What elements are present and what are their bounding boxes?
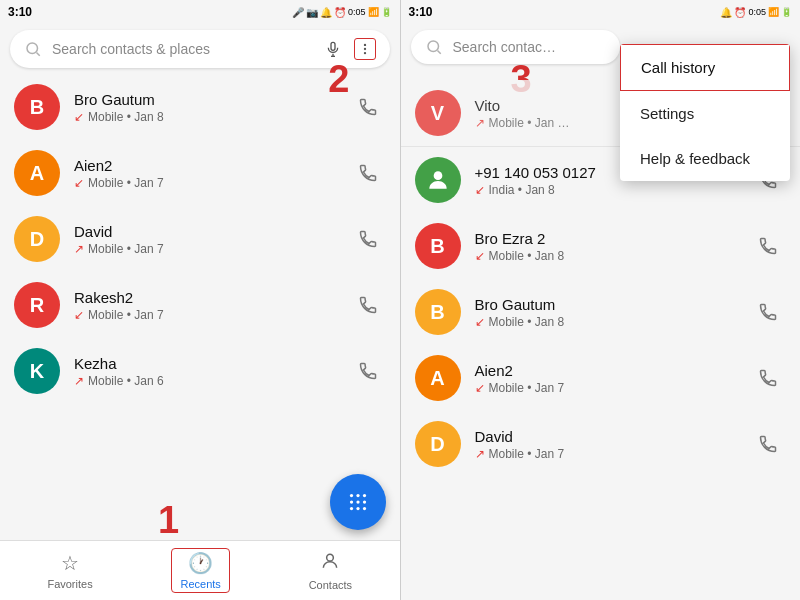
contact-sub: ↗ Mobile • Jan 7 (475, 447, 751, 461)
dropdown-menu: Call history Settings Help & feedback (620, 44, 790, 181)
contact-name: David (475, 428, 751, 445)
contacts-icon (320, 551, 340, 576)
call-button[interactable] (350, 155, 386, 191)
contact-sub: ↙ Mobile • Jan 8 (74, 110, 350, 124)
call-direction-icon: ↙ (475, 183, 485, 197)
svg-line-19 (437, 50, 440, 53)
favorites-label: Favorites (47, 578, 92, 590)
contact-info: Aien2 ↙ Mobile • Jan 7 (475, 362, 751, 395)
list-item[interactable]: B Bro Ezra 2 ↙ Mobile • Jan 8 (401, 213, 801, 279)
svg-point-9 (356, 494, 359, 497)
search-placeholder-left: Search contacts & places (52, 41, 312, 57)
avatar: B (415, 289, 461, 335)
more-menu-icon-left[interactable] (354, 38, 376, 60)
nav-contacts[interactable]: Contacts (293, 545, 368, 597)
contact-sub: ↗ Mobile • Jan 6 (74, 374, 350, 388)
call-button[interactable] (350, 353, 386, 389)
avatar: B (14, 84, 60, 130)
avatar: D (14, 216, 60, 262)
list-item[interactable]: D David ↗ Mobile • Jan 7 (0, 206, 400, 272)
contact-info: Aien2 ↙ Mobile • Jan 7 (74, 157, 350, 190)
avatar: R (14, 282, 60, 328)
contact-name: Kezha (74, 355, 350, 372)
call-button[interactable] (350, 221, 386, 257)
call-direction-icon: ↙ (74, 110, 84, 124)
contact-name: Bro Ezra 2 (475, 230, 751, 247)
right-panel: 3:10 🔔 ⏰ 0:05 📶 🔋 Search contac… Call hi… (401, 0, 801, 600)
status-bar-left: 3:10 🎤 📷 🔔 ⏰ 0:05 📶 🔋 (0, 0, 400, 24)
contact-info: David ↗ Mobile • Jan 7 (74, 223, 350, 256)
contact-info: Bro Gautum ↙ Mobile • Jan 8 (74, 91, 350, 124)
avatar: V (415, 90, 461, 136)
call-direction-icon: ↗ (74, 374, 84, 388)
contact-sub: ↙ Mobile • Jan 8 (475, 315, 751, 329)
left-panel: 3:10 🎤 📷 🔔 ⏰ 0:05 📶 🔋 Search contacts & … (0, 0, 400, 600)
svg-point-10 (362, 494, 365, 497)
contact-sub: ↙ Mobile • Jan 7 (74, 308, 350, 322)
avatar: A (415, 355, 461, 401)
search-icon-right (425, 38, 443, 56)
recents-label: Recents (180, 578, 220, 590)
contact-name: Bro Gautum (74, 91, 350, 108)
status-bar-right: 3:10 🔔 ⏰ 0:05 📶 🔋 (401, 0, 801, 24)
search-bar-right[interactable]: Search contac… (411, 30, 621, 64)
avatar: K (14, 348, 60, 394)
svg-rect-2 (331, 42, 335, 50)
call-button[interactable] (750, 294, 786, 330)
list-item[interactable]: R Rakesh2 ↙ Mobile • Jan 7 (0, 272, 400, 338)
list-item[interactable]: B Bro Gautum ↙ Mobile • Jan 8 (0, 74, 400, 140)
call-button[interactable] (750, 426, 786, 462)
list-item[interactable]: D David ↗ Mobile • Jan 7 (401, 411, 801, 477)
call-direction-icon: ↙ (475, 249, 485, 263)
favorites-icon: ☆ (61, 551, 79, 575)
dropdown-call-history[interactable]: Call history (620, 44, 790, 91)
call-direction-icon: ↙ (74, 176, 84, 190)
search-bar-left[interactable]: Search contacts & places (10, 30, 390, 68)
call-button[interactable] (750, 228, 786, 264)
dial-fab-button[interactable] (330, 474, 386, 530)
list-item[interactable]: B Bro Gautum ↙ Mobile • Jan 8 (401, 279, 801, 345)
mic-icon-left[interactable] (322, 38, 344, 60)
svg-point-20 (433, 171, 442, 180)
contact-info: Rakesh2 ↙ Mobile • Jan 7 (74, 289, 350, 322)
nav-favorites[interactable]: ☆ Favorites (31, 545, 108, 596)
call-button[interactable] (350, 287, 386, 323)
call-direction-icon: ↙ (475, 381, 485, 395)
call-button[interactable] (750, 360, 786, 396)
svg-point-17 (327, 554, 334, 561)
svg-point-7 (363, 52, 365, 54)
status-icons-left: 🎤 📷 🔔 ⏰ 0:05 📶 🔋 (292, 7, 392, 18)
call-direction-icon: ↗ (74, 242, 84, 256)
contact-sub: ↙ Mobile • Jan 7 (74, 176, 350, 190)
nav-recents[interactable]: 🕐 Recents (171, 548, 229, 593)
call-direction-icon: ↙ (74, 308, 84, 322)
dropdown-help[interactable]: Help & feedback (620, 136, 790, 181)
svg-point-16 (362, 507, 365, 510)
contact-sub: ↙ Mobile • Jan 7 (475, 381, 751, 395)
svg-point-0 (27, 43, 38, 54)
recents-icon: 🕐 (188, 551, 213, 575)
dropdown-settings[interactable]: Settings (620, 91, 790, 136)
call-button[interactable] (350, 89, 386, 125)
avatar: B (415, 223, 461, 269)
svg-point-5 (363, 44, 365, 46)
svg-point-13 (362, 500, 365, 503)
svg-point-15 (356, 507, 359, 510)
list-item[interactable]: A Aien2 ↙ Mobile • Jan 7 (0, 140, 400, 206)
contact-sub: ↙ India • Jan 8 (475, 183, 751, 197)
list-item[interactable]: A Aien2 ↙ Mobile • Jan 7 (401, 345, 801, 411)
contact-sub: ↗ Mobile • Jan 7 (74, 242, 350, 256)
contact-name: Aien2 (475, 362, 751, 379)
time-left: 3:10 (8, 5, 32, 19)
svg-point-18 (428, 41, 439, 52)
contacts-label: Contacts (309, 579, 352, 591)
svg-point-8 (349, 494, 352, 497)
svg-point-12 (356, 500, 359, 503)
contact-info: Kezha ↗ Mobile • Jan 6 (74, 355, 350, 388)
contact-name: David (74, 223, 350, 240)
list-item[interactable]: K Kezha ↗ Mobile • Jan 6 (0, 338, 400, 404)
call-direction-icon: ↗ (475, 116, 485, 130)
svg-line-1 (36, 52, 39, 55)
svg-point-11 (349, 500, 352, 503)
svg-point-14 (349, 507, 352, 510)
